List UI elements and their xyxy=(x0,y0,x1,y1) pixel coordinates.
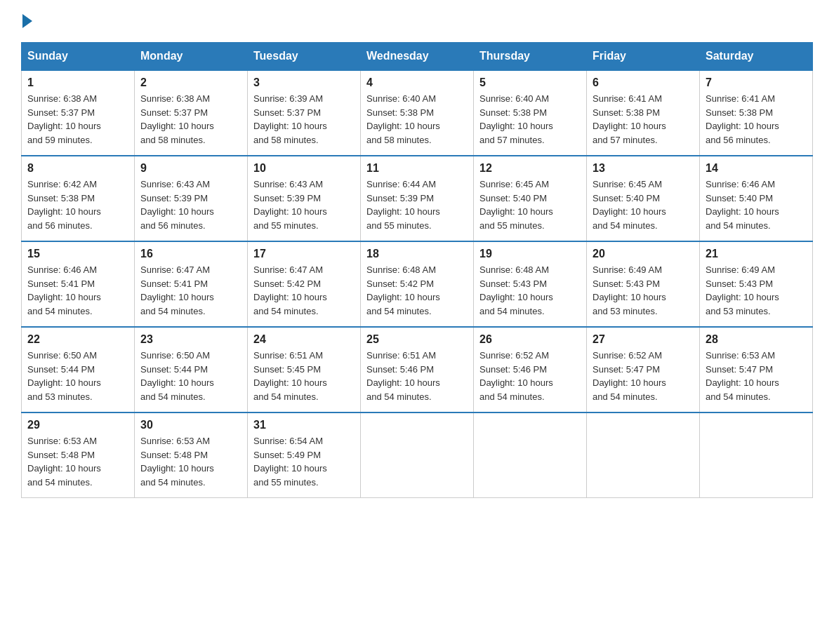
day-number: 16 xyxy=(140,248,241,260)
calendar-cell: 21 Sunrise: 6:49 AM Sunset: 5:43 PM Dayl… xyxy=(700,241,813,327)
calendar-cell: 4 Sunrise: 6:40 AM Sunset: 5:38 PM Dayli… xyxy=(361,70,474,156)
header-thursday: Thursday xyxy=(474,43,587,71)
day-info: Sunrise: 6:48 AM Sunset: 5:43 PM Dayligh… xyxy=(479,263,581,318)
calendar-cell: 30 Sunrise: 6:53 AM Sunset: 5:48 PM Dayl… xyxy=(135,412,248,498)
day-number: 13 xyxy=(593,162,694,175)
header-monday: Monday xyxy=(135,43,248,71)
day-info: Sunrise: 6:41 AM Sunset: 5:38 PM Dayligh… xyxy=(706,92,807,147)
day-info: Sunrise: 6:53 AM Sunset: 5:47 PM Dayligh… xyxy=(706,349,807,403)
day-number: 24 xyxy=(253,333,355,346)
calendar-cell: 23 Sunrise: 6:50 AM Sunset: 5:44 PM Dayl… xyxy=(135,327,248,412)
calendar-cell: 19 Sunrise: 6:48 AM Sunset: 5:43 PM Dayl… xyxy=(474,241,587,327)
calendar-header-row: SundayMondayTuesdayWednesdayThursdayFrid… xyxy=(22,43,813,71)
day-info: Sunrise: 6:38 AM Sunset: 5:37 PM Dayligh… xyxy=(27,92,128,147)
calendar-cell: 15 Sunrise: 6:46 AM Sunset: 5:41 PM Dayl… xyxy=(22,241,135,327)
day-number: 7 xyxy=(706,76,807,89)
calendar-cell: 20 Sunrise: 6:49 AM Sunset: 5:43 PM Dayl… xyxy=(587,241,700,327)
week-row-4: 29 Sunrise: 6:53 AM Sunset: 5:48 PM Dayl… xyxy=(22,412,813,498)
page-header xyxy=(21,14,813,28)
day-info: Sunrise: 6:43 AM Sunset: 5:39 PM Dayligh… xyxy=(140,177,241,232)
day-info: Sunrise: 6:47 AM Sunset: 5:42 PM Dayligh… xyxy=(253,263,355,318)
day-info: Sunrise: 6:46 AM Sunset: 5:40 PM Dayligh… xyxy=(706,177,807,232)
calendar-cell xyxy=(700,412,813,498)
day-number: 31 xyxy=(253,419,355,431)
calendar-cell: 28 Sunrise: 6:53 AM Sunset: 5:47 PM Dayl… xyxy=(700,327,813,412)
calendar-cell: 5 Sunrise: 6:40 AM Sunset: 5:38 PM Dayli… xyxy=(474,70,587,156)
day-number: 28 xyxy=(706,333,807,346)
calendar-cell: 8 Sunrise: 6:42 AM Sunset: 5:38 PM Dayli… xyxy=(22,156,135,241)
day-info: Sunrise: 6:45 AM Sunset: 5:40 PM Dayligh… xyxy=(593,177,694,232)
calendar-cell: 31 Sunrise: 6:54 AM Sunset: 5:49 PM Dayl… xyxy=(248,412,361,498)
day-info: Sunrise: 6:43 AM Sunset: 5:39 PM Dayligh… xyxy=(253,177,355,232)
calendar-cell: 7 Sunrise: 6:41 AM Sunset: 5:38 PM Dayli… xyxy=(700,70,813,156)
calendar-cell: 27 Sunrise: 6:52 AM Sunset: 5:47 PM Dayl… xyxy=(587,327,700,412)
logo-text xyxy=(21,14,34,28)
week-row-3: 22 Sunrise: 6:50 AM Sunset: 5:44 PM Dayl… xyxy=(22,327,813,412)
logo xyxy=(21,14,34,28)
day-info: Sunrise: 6:53 AM Sunset: 5:48 PM Dayligh… xyxy=(140,434,241,489)
day-info: Sunrise: 6:52 AM Sunset: 5:47 PM Dayligh… xyxy=(593,349,694,403)
calendar-cell: 14 Sunrise: 6:46 AM Sunset: 5:40 PM Dayl… xyxy=(700,156,813,241)
calendar-table: SundayMondayTuesdayWednesdayThursdayFrid… xyxy=(21,42,813,498)
day-info: Sunrise: 6:40 AM Sunset: 5:38 PM Dayligh… xyxy=(479,92,581,147)
day-number: 21 xyxy=(706,248,807,260)
header-tuesday: Tuesday xyxy=(248,43,361,71)
day-info: Sunrise: 6:40 AM Sunset: 5:38 PM Dayligh… xyxy=(366,92,468,147)
day-number: 22 xyxy=(27,333,128,346)
day-number: 6 xyxy=(593,76,694,89)
week-row-2: 15 Sunrise: 6:46 AM Sunset: 5:41 PM Dayl… xyxy=(22,241,813,327)
day-number: 14 xyxy=(706,162,807,175)
calendar-cell: 22 Sunrise: 6:50 AM Sunset: 5:44 PM Dayl… xyxy=(22,327,135,412)
day-number: 8 xyxy=(27,162,128,175)
calendar-cell: 6 Sunrise: 6:41 AM Sunset: 5:38 PM Dayli… xyxy=(587,70,700,156)
day-number: 25 xyxy=(366,333,468,346)
day-number: 20 xyxy=(593,248,694,260)
calendar-cell xyxy=(361,412,474,498)
day-info: Sunrise: 6:49 AM Sunset: 5:43 PM Dayligh… xyxy=(706,263,807,318)
day-info: Sunrise: 6:54 AM Sunset: 5:49 PM Dayligh… xyxy=(253,434,355,489)
header-sunday: Sunday xyxy=(22,43,135,71)
day-number: 4 xyxy=(366,76,468,89)
calendar-cell: 11 Sunrise: 6:44 AM Sunset: 5:39 PM Dayl… xyxy=(361,156,474,241)
week-row-1: 8 Sunrise: 6:42 AM Sunset: 5:38 PM Dayli… xyxy=(22,156,813,241)
calendar-cell xyxy=(474,412,587,498)
calendar-cell: 1 Sunrise: 6:38 AM Sunset: 5:37 PM Dayli… xyxy=(22,70,135,156)
day-info: Sunrise: 6:39 AM Sunset: 5:37 PM Dayligh… xyxy=(253,92,355,147)
header-friday: Friday xyxy=(587,43,700,71)
day-number: 23 xyxy=(140,333,241,346)
header-wednesday: Wednesday xyxy=(361,43,474,71)
day-number: 26 xyxy=(479,333,581,346)
day-info: Sunrise: 6:51 AM Sunset: 5:45 PM Dayligh… xyxy=(253,349,355,403)
calendar-cell: 12 Sunrise: 6:45 AM Sunset: 5:40 PM Dayl… xyxy=(474,156,587,241)
calendar-cell: 26 Sunrise: 6:52 AM Sunset: 5:46 PM Dayl… xyxy=(474,327,587,412)
calendar-cell xyxy=(587,412,700,498)
day-info: Sunrise: 6:38 AM Sunset: 5:37 PM Dayligh… xyxy=(140,92,241,147)
calendar-cell: 13 Sunrise: 6:45 AM Sunset: 5:40 PM Dayl… xyxy=(587,156,700,241)
day-number: 27 xyxy=(593,333,694,346)
day-info: Sunrise: 6:51 AM Sunset: 5:46 PM Dayligh… xyxy=(366,349,468,403)
calendar-cell: 24 Sunrise: 6:51 AM Sunset: 5:45 PM Dayl… xyxy=(248,327,361,412)
day-number: 19 xyxy=(479,248,581,260)
day-info: Sunrise: 6:50 AM Sunset: 5:44 PM Dayligh… xyxy=(27,349,128,403)
day-number: 9 xyxy=(140,162,241,175)
calendar-cell: 10 Sunrise: 6:43 AM Sunset: 5:39 PM Dayl… xyxy=(248,156,361,241)
calendar-cell: 29 Sunrise: 6:53 AM Sunset: 5:48 PM Dayl… xyxy=(22,412,135,498)
day-number: 2 xyxy=(140,76,241,89)
day-number: 17 xyxy=(253,248,355,260)
day-info: Sunrise: 6:45 AM Sunset: 5:40 PM Dayligh… xyxy=(479,177,581,232)
logo-triangle-icon xyxy=(22,14,32,28)
day-info: Sunrise: 6:49 AM Sunset: 5:43 PM Dayligh… xyxy=(593,263,694,318)
day-number: 18 xyxy=(366,248,468,260)
header-saturday: Saturday xyxy=(700,43,813,71)
day-number: 5 xyxy=(479,76,581,89)
calendar-cell: 16 Sunrise: 6:47 AM Sunset: 5:41 PM Dayl… xyxy=(135,241,248,327)
calendar-cell: 3 Sunrise: 6:39 AM Sunset: 5:37 PM Dayli… xyxy=(248,70,361,156)
week-row-0: 1 Sunrise: 6:38 AM Sunset: 5:37 PM Dayli… xyxy=(22,70,813,156)
day-info: Sunrise: 6:52 AM Sunset: 5:46 PM Dayligh… xyxy=(479,349,581,403)
day-number: 11 xyxy=(366,162,468,175)
day-info: Sunrise: 6:41 AM Sunset: 5:38 PM Dayligh… xyxy=(593,92,694,147)
day-number: 3 xyxy=(253,76,355,89)
day-info: Sunrise: 6:48 AM Sunset: 5:42 PM Dayligh… xyxy=(366,263,468,318)
day-number: 29 xyxy=(27,419,128,431)
day-info: Sunrise: 6:44 AM Sunset: 5:39 PM Dayligh… xyxy=(366,177,468,232)
